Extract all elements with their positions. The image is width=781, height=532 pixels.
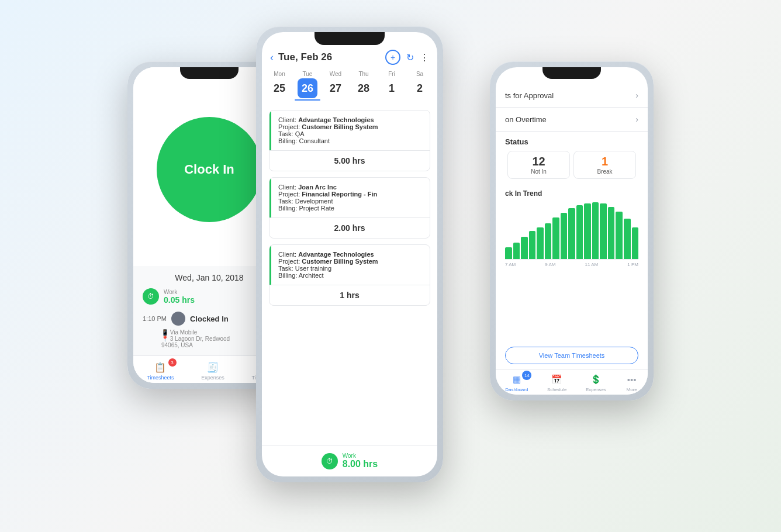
phone-right-notch bbox=[542, 67, 601, 79]
bar-7 bbox=[552, 217, 559, 259]
ts3-client: Client: Advantage Technologies bbox=[278, 251, 423, 258]
ts1-billing: Billing: Consultant bbox=[278, 137, 423, 144]
expenses-label: Expenses bbox=[201, 375, 224, 381]
timesheet-card-2[interactable]: Client: Joan Arc Inc Project: Financial … bbox=[269, 177, 430, 239]
header-date: Tue, Feb 26 bbox=[278, 51, 381, 63]
back-arrow-icon[interactable]: ‹ bbox=[270, 51, 274, 64]
cal-day-num-thu: 28 bbox=[354, 78, 374, 98]
tab-more[interactable]: ••• More bbox=[626, 373, 638, 392]
refresh-icon[interactable]: ↻ bbox=[406, 52, 414, 63]
cal-day-sat[interactable]: Sa 2 bbox=[407, 71, 433, 101]
bar-8 bbox=[561, 213, 568, 259]
cal-day-num-sat: 2 bbox=[410, 78, 430, 98]
footer-label: Work bbox=[343, 452, 378, 459]
chart-title: ck In Trend bbox=[505, 189, 638, 198]
phones-container: Clock In Wed, Jan 10, 2018 ⏱ Work 0.05 h… bbox=[127, 26, 654, 506]
cal-day-wed[interactable]: Wed 27 bbox=[323, 71, 348, 101]
bar-chart bbox=[505, 201, 638, 260]
right-phone-content: ts for Approval › on Overtime › Status 1… bbox=[496, 67, 648, 395]
bar-2 bbox=[513, 243, 520, 259]
tab-expenses[interactable]: 🧾 Expenses bbox=[201, 361, 224, 381]
cal-day-name-sat: Sa bbox=[416, 71, 423, 77]
phone-right: ts for Approval › on Overtime › Status 1… bbox=[490, 61, 654, 400]
ts1-client: Client: Advantage Technologies bbox=[278, 116, 423, 123]
cal-underline bbox=[295, 99, 320, 101]
timesheets-label: Timesheets bbox=[147, 375, 174, 381]
chart-labels: 7 AM 9 AM 11 AM 1 PM bbox=[505, 260, 638, 267]
ts3-project: Project: Customer Billing System bbox=[278, 258, 423, 265]
menu-text-overtime: on Overtime bbox=[505, 115, 547, 124]
more-label: More bbox=[627, 387, 637, 392]
timesheet-card-3[interactable]: Client: Advantage Technologies Project: … bbox=[269, 244, 430, 306]
cal-day-tue[interactable]: Tue 26 bbox=[295, 71, 320, 101]
work-hrs: 0.05 hrs bbox=[164, 295, 195, 305]
add-button[interactable]: + bbox=[385, 50, 400, 65]
bar-15 bbox=[616, 212, 623, 259]
tab-dashboard[interactable]: ▦ 14 Dashboard bbox=[505, 373, 528, 392]
cal-day-num-wed: 27 bbox=[326, 78, 345, 98]
dashboard-label: Dashboard bbox=[505, 387, 528, 392]
ts2-client: Client: Joan Arc Inc bbox=[278, 184, 423, 191]
cal-day-name-tue: Tue bbox=[303, 71, 313, 77]
chevron-right-icon-1: › bbox=[635, 91, 638, 100]
status-title: Status bbox=[505, 137, 638, 146]
menu-item-overtime[interactable]: on Overtime › bbox=[496, 108, 648, 132]
chart-title-text: ck In Trend bbox=[505, 189, 542, 198]
break-count: 1 bbox=[578, 155, 632, 168]
bar-5 bbox=[537, 227, 544, 259]
time-display: 1:10 PM bbox=[143, 315, 167, 322]
bar-17 bbox=[632, 227, 639, 259]
label-11am: 11 AM bbox=[585, 262, 599, 267]
clock-circle[interactable]: Clock In bbox=[157, 117, 262, 222]
status-section: Status 12 Not In 1 Break bbox=[496, 132, 648, 185]
ts3-hrs: 1 hrs bbox=[340, 291, 359, 300]
tab-expenses-right[interactable]: 💲 Expenses bbox=[586, 373, 606, 392]
footer-work-icon: ⏱ bbox=[322, 453, 338, 469]
tab-timesheets[interactable]: 📋 3 Timesheets bbox=[147, 361, 174, 381]
timesheet-card-3-content: Client: Advantage Technologies Project: … bbox=[269, 245, 430, 285]
expenses-right-label: Expenses bbox=[586, 387, 606, 392]
phone-center-notch bbox=[315, 32, 385, 45]
timesheet-card-1[interactable]: Client: Advantage Technologies Project: … bbox=[269, 110, 430, 171]
location-icon: 📍 bbox=[161, 336, 170, 342]
ts2-hrs: 2.00 hrs bbox=[334, 223, 365, 233]
bar-4 bbox=[529, 231, 536, 259]
avatar bbox=[171, 312, 185, 326]
ts3-billing: Billing: Architect bbox=[278, 272, 423, 279]
footer-hrs: 8.00 hrs bbox=[343, 459, 378, 469]
timesheets-badge: 3 bbox=[168, 358, 177, 367]
expenses-right-icon: 💲 bbox=[590, 373, 603, 386]
bar-12 bbox=[592, 202, 599, 259]
status-grid: 12 Not In 1 Break bbox=[507, 151, 636, 179]
cal-day-name-wed: Wed bbox=[330, 71, 341, 77]
menu-text-approval: ts for Approval bbox=[505, 91, 554, 100]
break-label: Break bbox=[578, 168, 632, 175]
menu-item-approval[interactable]: ts for Approval › bbox=[496, 84, 648, 108]
header-icons: + ↻ ⋮ bbox=[385, 50, 429, 65]
label-7am: 7 AM bbox=[505, 262, 516, 267]
schedule-label: Schedule bbox=[547, 387, 566, 392]
bar-9 bbox=[568, 208, 575, 259]
clocked-in-text: Clocked In bbox=[190, 315, 229, 323]
status-not-in: 12 Not In bbox=[507, 151, 570, 179]
cal-day-fri[interactable]: Fri 1 bbox=[379, 71, 405, 101]
view-team-btn[interactable]: View Team Timesheets bbox=[505, 347, 638, 364]
more-options-icon[interactable]: ⋮ bbox=[420, 52, 429, 63]
phone-right-inner: ts for Approval › on Overtime › Status 1… bbox=[496, 67, 648, 395]
tab-schedule[interactable]: 📅 Schedule bbox=[547, 373, 566, 392]
cal-day-name-thu: Thu bbox=[358, 71, 368, 77]
status-break: 1 Break bbox=[573, 151, 636, 179]
calendar-row: Mon 25 Tue 26 Wed 27 Thu 28 bbox=[262, 71, 437, 105]
cal-day-num-tue: 26 bbox=[298, 78, 317, 98]
bar-1 bbox=[505, 247, 512, 259]
schedule-icon: 📅 bbox=[551, 373, 564, 386]
ts2-task: Task: Development bbox=[278, 198, 423, 205]
ts1-hrs: 5.00 hrs bbox=[334, 156, 365, 165]
cal-day-thu[interactable]: Thu 28 bbox=[351, 71, 376, 101]
chevron-right-icon-2: › bbox=[635, 115, 638, 124]
cal-day-mon[interactable]: Mon 25 bbox=[267, 71, 292, 101]
ts3-hrs-row: 1 hrs bbox=[269, 285, 430, 305]
clock-in-label: Clock In bbox=[184, 162, 234, 177]
center-footer: ⏱ Work 8.00 hrs bbox=[262, 445, 437, 476]
phone-center: ‹ Tue, Feb 26 + ↻ ⋮ Mon 25 Tue 2 bbox=[256, 26, 443, 482]
